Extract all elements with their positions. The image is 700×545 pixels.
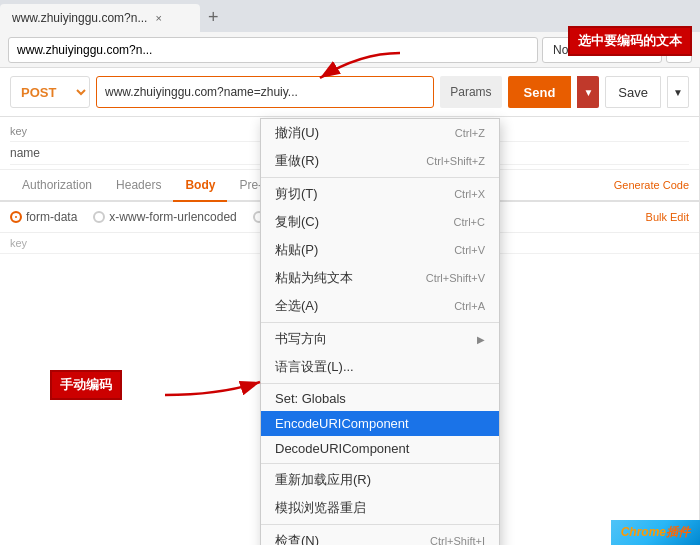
separator-1 (261, 177, 499, 178)
bulk-edit-link[interactable]: Bulk Edit (646, 211, 689, 223)
menu-encode-uri[interactable]: EncodeURIComponent (261, 411, 499, 436)
menu-paste-shortcut: Ctrl+V (454, 244, 485, 256)
separator-3 (261, 383, 499, 384)
menu-select-all-shortcut: Ctrl+A (454, 300, 485, 312)
menu-select-all[interactable]: 全选(A) Ctrl+A (261, 292, 499, 320)
browser-tab[interactable]: www.zhuiyinggu.com?n... × (0, 4, 200, 32)
menu-cut-shortcut: Ctrl+X (454, 188, 485, 200)
urlencoded-option[interactable]: x-www-form-urlencoded (93, 210, 236, 224)
menu-reload-app[interactable]: 重新加载应用(R) (261, 466, 499, 494)
tab-title: www.zhuiyinggu.com?n... (12, 11, 147, 25)
menu-redo-label: 重做(R) (275, 152, 319, 170)
generate-code-link[interactable]: Generate Code (614, 179, 689, 191)
chrome-badge: Chrome插件 (611, 520, 700, 545)
menu-paste-plain-shortcut: Ctrl+Shift+V (426, 272, 485, 284)
menu-undo-shortcut: Ctrl+Z (455, 127, 485, 139)
annotation-top: 选中要编码的文本 (568, 26, 692, 56)
menu-copy-label: 复制(C) (275, 213, 319, 231)
form-data-option[interactable]: form-data (10, 210, 77, 224)
separator-4 (261, 463, 499, 464)
bottom-arrow (160, 370, 270, 410)
method-select[interactable]: POST (10, 76, 90, 108)
send-button[interactable]: Send (508, 76, 572, 108)
menu-undo[interactable]: 撤消(U) Ctrl+Z (261, 119, 499, 147)
save-dropdown-button[interactable]: ▼ (667, 76, 689, 108)
menu-cut-label: 剪切(T) (275, 185, 318, 203)
menu-paste-plain[interactable]: 粘贴为纯文本 Ctrl+Shift+V (261, 264, 499, 292)
menu-copy[interactable]: 复制(C) Ctrl+C (261, 208, 499, 236)
menu-cut[interactable]: 剪切(T) Ctrl+X (261, 180, 499, 208)
menu-reload-app-label: 重新加载应用(R) (275, 471, 371, 489)
address-input[interactable] (8, 37, 538, 63)
annotation-bottom: 手动编码 (50, 370, 122, 400)
context-menu: 撤消(U) Ctrl+Z 重做(R) Ctrl+Shift+Z 剪切(T) Ct… (260, 118, 500, 545)
send-dropdown-button[interactable]: ▼ (577, 76, 599, 108)
form-data-label: form-data (26, 210, 77, 224)
menu-paste[interactable]: 粘贴(P) Ctrl+V (261, 236, 499, 264)
params-button[interactable]: Params (440, 76, 501, 108)
top-arrow (300, 48, 420, 88)
menu-set-globals-label: Set: Globals (275, 391, 346, 406)
tab-close-btn[interactable]: × (155, 12, 161, 24)
form-data-radio[interactable] (10, 211, 22, 223)
menu-undo-label: 撤消(U) (275, 124, 319, 142)
menu-language[interactable]: 语言设置(L)... (261, 353, 499, 381)
tab-body[interactable]: Body (173, 170, 227, 202)
chrome-text: Chrome插件 (621, 525, 690, 539)
menu-inspect-shortcut: Ctrl+Shift+I (430, 535, 485, 545)
menu-set-globals[interactable]: Set: Globals (261, 386, 499, 411)
menu-decode-uri[interactable]: DecodeURIComponent (261, 436, 499, 461)
separator-2 (261, 322, 499, 323)
menu-decode-uri-label: DecodeURIComponent (275, 441, 409, 456)
main-area: POST Params Send ▼ Save ▼ key value name… (0, 68, 700, 545)
menu-paste-plain-label: 粘贴为纯文本 (275, 269, 353, 287)
menu-paste-label: 粘贴(P) (275, 241, 318, 259)
separator-5 (261, 524, 499, 525)
arrow-icon: ▶ (477, 334, 485, 345)
menu-simulate-restart-label: 模拟浏览器重启 (275, 499, 366, 517)
menu-text-direction[interactable]: 书写方向 ▶ (261, 325, 499, 353)
left-panel: POST Params Send ▼ Save ▼ key value name… (0, 68, 700, 545)
save-button[interactable]: Save (605, 76, 661, 108)
menu-redo[interactable]: 重做(R) Ctrl+Shift+Z (261, 147, 499, 175)
menu-language-label: 语言设置(L)... (275, 358, 354, 376)
menu-inspect[interactable]: 检查(N) Ctrl+Shift+I (261, 527, 499, 545)
menu-text-direction-label: 书写方向 (275, 330, 327, 348)
tab-headers[interactable]: Headers (104, 170, 173, 202)
menu-copy-shortcut: Ctrl+C (454, 216, 485, 228)
tab-authorization[interactable]: Authorization (10, 170, 104, 202)
menu-select-all-label: 全选(A) (275, 297, 318, 315)
urlencoded-radio[interactable] (93, 211, 105, 223)
menu-simulate-restart[interactable]: 模拟浏览器重启 (261, 494, 499, 522)
new-tab-button[interactable]: + (200, 7, 227, 28)
menu-inspect-label: 检查(N) (275, 532, 319, 545)
urlencoded-label: x-www-form-urlencoded (109, 210, 236, 224)
menu-redo-shortcut: Ctrl+Shift+Z (426, 155, 485, 167)
menu-encode-uri-label: EncodeURIComponent (275, 416, 409, 431)
